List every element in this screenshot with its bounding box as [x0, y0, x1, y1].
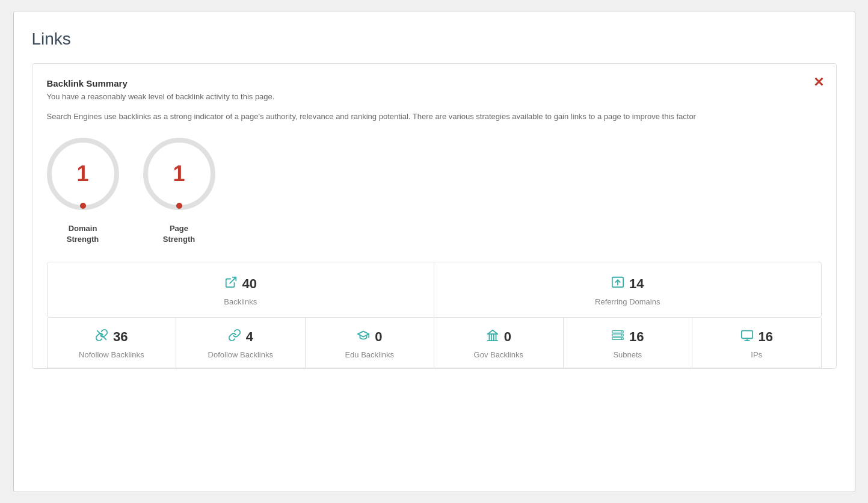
stats-grid-bottom: 36 Nofollow Backlinks 4 Dofollow Backlin…	[47, 318, 822, 368]
page-title: Links	[32, 29, 837, 49]
domain-strength-ring: 1	[47, 138, 119, 210]
page-strength-value: 1	[173, 161, 185, 187]
nofollow-value: 36	[113, 329, 128, 345]
backlinks-label: Backlinks	[224, 297, 257, 306]
referring-domains-icon	[611, 276, 624, 292]
summary-body: Search Engines use backlinks as a strong…	[47, 111, 822, 123]
nofollow-label: Nofollow Backlinks	[79, 350, 144, 359]
backlinks-cell: 40 Backlinks	[48, 262, 435, 317]
edu-label: Edu Backlinks	[345, 350, 394, 359]
referring-domains-value: 14	[629, 276, 644, 292]
dofollow-cell: 4 Dofollow Backlinks	[176, 318, 306, 368]
subnets-icon	[611, 329, 624, 345]
summary-title: Backlink Summary	[47, 78, 822, 88]
dofollow-label: Dofollow Backlinks	[208, 350, 273, 359]
backlinks-icon	[224, 276, 238, 292]
page-strength-dot	[176, 203, 182, 209]
gov-label: Gov Backlinks	[474, 350, 523, 359]
dofollow-value: 4	[246, 329, 253, 345]
summary-description: You have a reasonably weak level of back…	[47, 92, 822, 101]
dofollow-icon	[228, 329, 241, 345]
svg-line-2	[97, 331, 106, 340]
svg-point-14	[621, 338, 623, 339]
edu-icon	[357, 329, 370, 345]
domain-strength-item: 1 DomainStrength	[47, 138, 119, 245]
circles-row: 1 DomainStrength 1 PageStrength	[47, 138, 822, 245]
gov-value-row: 0	[486, 329, 511, 345]
dofollow-value-row: 4	[228, 329, 253, 345]
stats-grid-top: 40 Backlinks 14 Referring Domains	[47, 262, 822, 318]
ips-value-row: 16	[740, 329, 773, 345]
nofollow-cell: 36 Nofollow Backlinks	[48, 318, 177, 368]
edu-value: 0	[375, 329, 382, 345]
domain-strength-label: DomainStrength	[67, 223, 99, 245]
page-strength-label: PageStrength	[163, 223, 195, 245]
nofollow-value-row: 36	[95, 329, 128, 345]
ips-icon	[740, 329, 754, 345]
ips-cell: 16 IPs	[692, 318, 821, 368]
domain-strength-value: 1	[76, 161, 88, 187]
page-strength-ring: 1	[143, 138, 215, 210]
domain-strength-dot	[80, 203, 86, 209]
edu-cell: 0 Edu Backlinks	[306, 318, 435, 368]
edu-value-row: 0	[357, 329, 382, 345]
svg-point-13	[621, 335, 623, 336]
page-strength-item: 1 PageStrength	[143, 138, 215, 245]
ips-value: 16	[759, 329, 773, 345]
subnets-label: Subnets	[613, 350, 642, 359]
subnets-value-row: 16	[611, 329, 644, 345]
subnets-cell: 16 Subnets	[564, 318, 693, 368]
referring-domains-value-row: 14	[611, 276, 644, 292]
close-button[interactable]: ×	[814, 73, 823, 90]
referring-domains-cell: 14 Referring Domains	[434, 262, 821, 317]
subnets-value: 16	[629, 329, 644, 345]
main-window: Links × Backlink Summary You have a reas…	[13, 11, 855, 492]
svg-rect-15	[741, 331, 752, 339]
backlinks-value-row: 40	[224, 276, 257, 292]
svg-point-12	[621, 332, 623, 333]
nofollow-icon	[95, 329, 108, 345]
referring-domains-label: Referring Domains	[595, 297, 660, 306]
backlinks-value: 40	[242, 276, 257, 292]
gov-icon	[486, 329, 499, 345]
backlink-summary-card: × Backlink Summary You have a reasonably…	[32, 63, 837, 369]
gov-value: 0	[504, 329, 511, 345]
gov-cell: 0 Gov Backlinks	[434, 318, 564, 368]
ips-label: IPs	[751, 350, 762, 359]
